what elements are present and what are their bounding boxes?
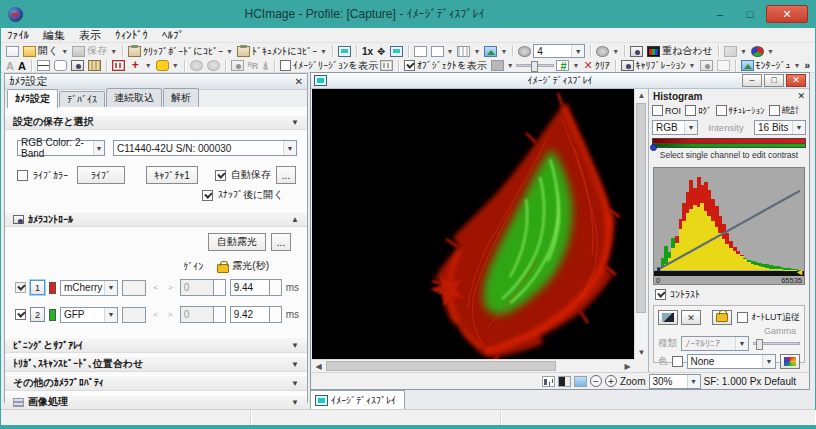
pseudocolor-edit-button[interactable]: [780, 354, 800, 369]
grid-overlay-dropdown[interactable]: ▼: [473, 48, 480, 55]
show-image-region-box[interactable]: [280, 60, 291, 71]
open-after-snap-checkbox[interactable]: [202, 190, 213, 201]
tab-device[interactable]: ﾃﾞﾊﾞｲｽ: [59, 91, 105, 107]
collapse-caret-icon[interactable]: ▼: [291, 341, 299, 350]
exposure-more-button[interactable]: ...: [271, 233, 291, 251]
new-document-button[interactable]: [4, 44, 21, 58]
clear-button[interactable]: ✕ ｸﾘｱ: [581, 59, 611, 73]
count-dropdown[interactable]: ▼: [572, 62, 579, 69]
display-range2-dropdown[interactable]: ▼: [447, 48, 454, 55]
slider-knob[interactable]: [531, 61, 538, 72]
lasso-dropdown[interactable]: ▼: [172, 62, 179, 69]
object-color-button[interactable]: ▼: [489, 59, 516, 73]
statusbar-contrast-icon[interactable]: [558, 376, 571, 387]
image-display-button[interactable]: [336, 44, 353, 58]
text-rr-disabled-button[interactable]: ᴿR: [246, 59, 261, 73]
landmark-disabled-button[interactable]: ⍋: [260, 59, 271, 73]
capture-button[interactable]: ｷｬﾌﾟﾁｬ1: [146, 166, 198, 184]
menu-view[interactable]: 表示: [79, 28, 101, 43]
show-objects-box[interactable]: [404, 60, 415, 71]
scroll-down-icon[interactable]: ▼: [635, 346, 648, 359]
channel2-right-arrow[interactable]: >: [165, 310, 176, 319]
collapse-caret-icon[interactable]: ▼: [291, 118, 299, 127]
channel1-enable-checkbox[interactable]: [15, 282, 26, 293]
gamma-knob[interactable]: [756, 339, 763, 350]
calib-props-button[interactable]: [698, 59, 715, 73]
toolbar-overflow-button[interactable]: »: [802, 59, 812, 73]
collapse-caret-icon[interactable]: ▲: [291, 215, 299, 224]
pseudocolor-combo-arrow[interactable]: ▼: [762, 355, 775, 368]
channel1-color-swatch[interactable]: [49, 282, 56, 294]
saturation-checkbox[interactable]: [716, 105, 727, 116]
shape-properties-button[interactable]: [69, 59, 86, 73]
color-wheel-dropdown[interactable]: ▼: [767, 48, 774, 55]
channel2-index-button[interactable]: 2: [30, 307, 45, 322]
camera-combo-arrow[interactable]: ▼: [283, 141, 296, 155]
ruler-tool-button[interactable]: [86, 59, 103, 73]
zoom-combo-arrow[interactable]: ▼: [687, 375, 700, 388]
status-indicator-button[interactable]: ▼: [594, 44, 621, 58]
section-other-props-header[interactable]: その他のｶﾒﾗﾌﾟﾛﾊﾟﾃｨ ▼: [5, 375, 307, 391]
rotate-left-button[interactable]: [188, 59, 205, 73]
channel2-enable-checkbox[interactable]: [15, 309, 26, 320]
status-dropdown[interactable]: ▼: [612, 48, 619, 55]
objective-selector[interactable]: 4 ▼: [516, 44, 587, 58]
grid-overlay-button[interactable]: ▼: [455, 44, 482, 58]
maximize-button[interactable]: □: [736, 5, 764, 23]
montage-dropdown[interactable]: ▼: [794, 62, 801, 69]
menu-window[interactable]: ｳｨﾝﾄﾞｳ: [115, 29, 148, 41]
zoom-1x-button[interactable]: 1x: [360, 44, 375, 58]
open-button[interactable]: 開く ▼: [21, 44, 70, 58]
histogram-chart[interactable]: ◄ 0 65535: [653, 167, 805, 285]
save-button[interactable]: 保存 ▼: [70, 44, 119, 58]
props-disabled-button[interactable]: [229, 59, 246, 73]
image-window-close-button[interactable]: ✕: [786, 74, 806, 87]
reset-contrast-button[interactable]: ✕: [681, 310, 701, 325]
auto-lut-checkbox[interactable]: [737, 312, 748, 323]
color-mode-combo-arrow[interactable]: ▼: [93, 141, 104, 155]
calib-grid-button[interactable]: [715, 59, 732, 73]
statusbar-image-icon[interactable]: [574, 376, 587, 387]
snapshot-view-dropdown[interactable]: ▼: [500, 48, 507, 55]
overlay-button[interactable]: 重ね合わせ: [645, 44, 715, 58]
display-range2-button[interactable]: ▼: [429, 44, 456, 58]
autosave-more-button[interactable]: ...: [276, 166, 296, 184]
color-wheel-button[interactable]: ▼: [749, 44, 776, 58]
gamma-slider[interactable]: [753, 342, 800, 345]
contrast-checkbox[interactable]: [655, 289, 666, 300]
hscroll-thumb[interactable]: [326, 361, 556, 371]
zoom-level-combo[interactable]: 30% ▼: [649, 374, 701, 389]
channel2-dye-combo[interactable]: GFP ▼: [60, 307, 118, 323]
lasso-button[interactable]: ▼: [154, 59, 181, 73]
open-dropdown-arrow[interactable]: ▼: [61, 48, 68, 55]
menu-help[interactable]: ﾍﾙﾌﾟ: [162, 29, 184, 41]
tab-sequence[interactable]: 連続取込: [106, 88, 162, 107]
channel2-left-arrow[interactable]: <: [150, 310, 161, 319]
scroll-up-icon[interactable]: ▲: [635, 89, 648, 102]
objective-combo-arrow[interactable]: ▼: [571, 45, 584, 57]
black-point-handle[interactable]: [650, 144, 657, 151]
object-opacity-slider[interactable]: [516, 64, 555, 67]
save-dropdown-arrow[interactable]: ▼: [110, 48, 117, 55]
rect-tool-button[interactable]: [52, 59, 69, 73]
section-trigger-header[interactable]: ﾄﾘｶﾞ､ｽｷｬﾝｽﾋﾟｰﾄﾞ､位置合わせ ▼: [5, 356, 307, 372]
overlay-properties-button[interactable]: [628, 44, 645, 58]
annotation-button[interactable]: ▼: [722, 44, 749, 58]
histogram-close-icon[interactable]: ✕: [797, 91, 805, 101]
lut-type-combo[interactable]: ﾉｰﾏﾙﾘﾆｱ ▼: [681, 336, 749, 351]
stats-checkbox[interactable]: [769, 105, 780, 116]
collapse-caret-icon[interactable]: ▼: [291, 360, 299, 369]
live-button[interactable]: ﾗｲﾌﾞ: [77, 166, 125, 184]
channel-select-combo[interactable]: RGB ▼: [652, 120, 698, 135]
image-viewport[interactable]: [312, 89, 634, 359]
pseudocolor-checkbox[interactable]: [672, 356, 683, 367]
collapse-caret-icon[interactable]: ▼: [291, 398, 299, 407]
tab-camera-settings[interactable]: ｶﾒﾗ設定: [7, 89, 58, 108]
section-image-processing-header[interactable]: 画像処理 ▼: [5, 394, 307, 410]
object-color-dropdown[interactable]: ▼: [507, 62, 514, 69]
channel2-exposure-spinner[interactable]: 9.42: [230, 306, 282, 323]
copy-to-clipboard-button[interactable]: ｸﾘｯﾌﾟﾎﾞｰﾄﾞにｺﾋﾟｰ ▼: [126, 44, 235, 58]
channel1-dye-combo[interactable]: mCherry ▼: [60, 280, 118, 296]
channel1-dye-combo-arrow[interactable]: ▼: [104, 281, 117, 295]
bit-depth-combo[interactable]: 16 Bits ▼: [754, 120, 806, 135]
